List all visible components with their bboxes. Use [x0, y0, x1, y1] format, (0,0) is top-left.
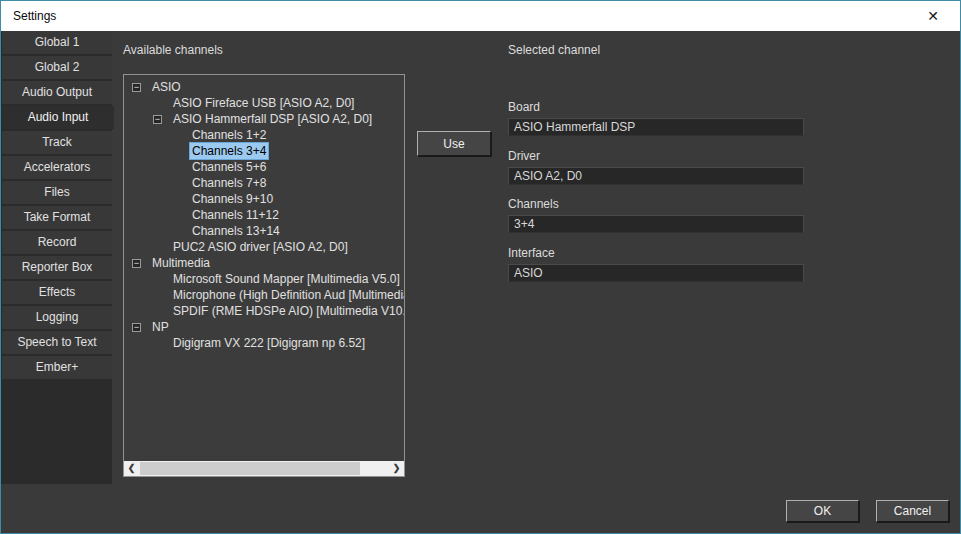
- tree-item-channels-11-12[interactable]: Channels 11+12: [124, 207, 404, 223]
- settings-dialog: Settings ✕ Global 1 Global 2 Audio Outpu…: [0, 0, 961, 534]
- collapse-minus-icon[interactable]: −: [153, 115, 162, 124]
- sidebar-item-files[interactable]: Files: [2, 181, 112, 204]
- channels-field[interactable]: [508, 215, 804, 233]
- board-label: Board: [508, 100, 540, 114]
- sidebar-item-track[interactable]: Track: [2, 131, 112, 154]
- cancel-button[interactable]: Cancel: [876, 500, 949, 522]
- tree-item-asio[interactable]: − ASIO: [124, 79, 404, 95]
- sidebar-item-take-format[interactable]: Take Format: [2, 206, 112, 229]
- sidebar-item-audio-input[interactable]: Audio Input: [2, 106, 114, 129]
- tree-item-digigram-vx-222[interactable]: Digigram VX 222 [Digigram np 6.52]: [124, 335, 404, 351]
- available-channels-heading: Available channels: [123, 43, 223, 57]
- sidebar-item-speech-to-text[interactable]: Speech to Text: [2, 331, 112, 354]
- available-channels-tree: − ASIO ASIO Fireface USB [ASIO A2, D0] −…: [123, 74, 405, 477]
- tree-item-channels-3-4[interactable]: Channels 3+4: [124, 143, 404, 159]
- settings-category-sidebar: Global 1 Global 2 Audio Output Audio Inp…: [1, 31, 112, 484]
- tree-item-channels-9-10[interactable]: Channels 9+10: [124, 191, 404, 207]
- sidebar-item-accelerators[interactable]: Accelerators: [2, 156, 112, 179]
- tree-item-asio-fireface-usb[interactable]: ASIO Fireface USB [ASIO A2, D0]: [124, 95, 404, 111]
- tree-item-channels-7-8[interactable]: Channels 7+8: [124, 175, 404, 191]
- sidebar-item-logging[interactable]: Logging: [2, 306, 112, 329]
- window-title: Settings: [13, 9, 56, 23]
- sidebar-item-global-1[interactable]: Global 1: [2, 31, 112, 54]
- interface-label: Interface: [508, 246, 555, 260]
- tree-item-spdif-rme-hdspe[interactable]: SPDIF (RME HDSPe AIO) [Multimedia V10.0]: [124, 303, 404, 319]
- collapse-minus-icon[interactable]: −: [132, 259, 141, 268]
- collapse-minus-icon[interactable]: −: [132, 323, 141, 332]
- collapse-minus-icon[interactable]: −: [132, 83, 141, 92]
- tree-item-np[interactable]: − NP: [124, 319, 404, 335]
- tree-item-puc2-asio-driver[interactable]: PUC2 ASIO driver [ASIO A2, D0]: [124, 239, 404, 255]
- ok-button[interactable]: OK: [786, 500, 859, 522]
- tree-item-microphone-hd[interactable]: Microphone (High Definition Aud [Multime…: [124, 287, 404, 303]
- sidebar-item-ember[interactable]: Ember+: [2, 356, 112, 379]
- sidebar-item-reporter-box[interactable]: Reporter Box: [2, 256, 112, 279]
- horizontal-scrollbar[interactable]: ❮ ❯: [124, 461, 404, 476]
- use-button[interactable]: Use: [417, 131, 491, 156]
- tree-item-multimedia[interactable]: − Multimedia: [124, 255, 404, 271]
- sidebar-item-audio-output[interactable]: Audio Output: [2, 81, 112, 104]
- selected-tree-item: Channels 3+4: [190, 143, 268, 159]
- channels-label: Channels: [508, 197, 559, 211]
- interface-field[interactable]: [508, 264, 804, 282]
- close-icon[interactable]: ✕: [912, 1, 954, 31]
- tree-item-microsoft-sound-mapper[interactable]: Microsoft Sound Mapper [Multimedia V5.0]: [124, 271, 404, 287]
- scrollbar-thumb[interactable]: [140, 462, 360, 475]
- sidebar-item-effects[interactable]: Effects: [2, 281, 112, 304]
- tree-item-channels-1-2[interactable]: Channels 1+2: [124, 127, 404, 143]
- driver-field[interactable]: [508, 167, 804, 185]
- tree-item-channels-5-6[interactable]: Channels 5+6: [124, 159, 404, 175]
- driver-label: Driver: [508, 149, 540, 163]
- tree-item-channels-13-14[interactable]: Channels 13+14: [124, 223, 404, 239]
- scroll-right-icon[interactable]: ❯: [389, 461, 404, 476]
- scroll-left-icon[interactable]: ❮: [124, 461, 139, 476]
- title-bar: Settings ✕: [1, 1, 960, 31]
- sidebar-item-record[interactable]: Record: [2, 231, 112, 254]
- sidebar-item-global-2[interactable]: Global 2: [2, 56, 112, 79]
- tree-rows: − ASIO ASIO Fireface USB [ASIO A2, D0] −…: [124, 75, 404, 461]
- board-field[interactable]: [508, 118, 804, 136]
- tree-item-asio-hammerfall-dsp[interactable]: − ASIO Hammerfall DSP [ASIO A2, D0]: [124, 111, 404, 127]
- selected-channel-heading: Selected channel: [508, 43, 600, 57]
